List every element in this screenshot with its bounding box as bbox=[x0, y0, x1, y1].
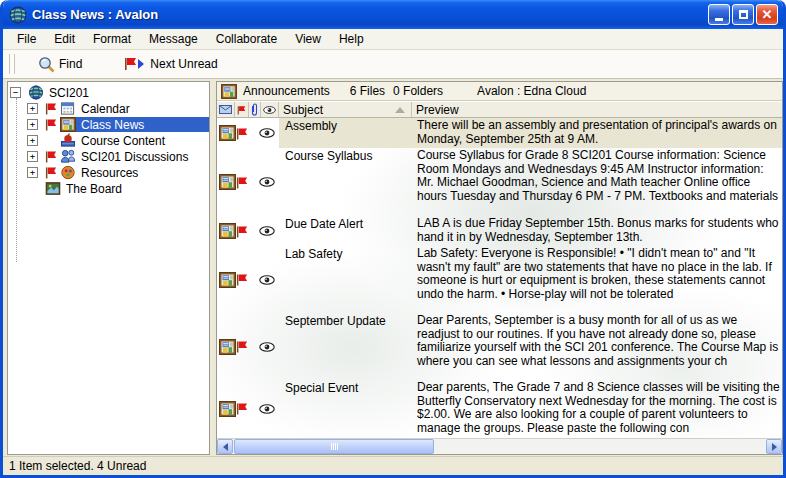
menu-collaborate[interactable]: Collaborate bbox=[207, 30, 286, 48]
close-icon: ✕ bbox=[762, 8, 773, 21]
unread-flag-icon bbox=[45, 118, 57, 131]
minimize-button[interactable] bbox=[708, 4, 730, 25]
conference-globe-icon bbox=[28, 85, 44, 100]
menu-format[interactable]: Format bbox=[84, 30, 140, 48]
tree-item-label: SCI201 Discussions bbox=[79, 150, 190, 164]
tree-item-calendar[interactable]: + Calendar bbox=[8, 101, 209, 116]
unread-flag-icon bbox=[236, 225, 248, 238]
menu-message[interactable]: Message bbox=[140, 30, 207, 48]
expand-box-icon[interactable]: + bbox=[27, 151, 38, 162]
tree-item-resources[interactable]: + Resources bbox=[8, 165, 209, 180]
unread-flag-icon bbox=[236, 127, 248, 140]
toolbar: Find Next Unread bbox=[3, 50, 783, 79]
message-row-september-update[interactable]: September Update Dear Parents, September… bbox=[217, 313, 782, 380]
scroll-left-icon bbox=[223, 443, 228, 451]
toolbar-grip2[interactable] bbox=[12, 54, 15, 74]
close-button[interactable]: ✕ bbox=[756, 4, 778, 25]
bulletin-item-icon bbox=[219, 401, 236, 417]
tree-connector-line bbox=[16, 98, 17, 262]
message-row-assembly[interactable]: Assembly There will be an assembly and p… bbox=[217, 118, 782, 148]
server-location: Avalon : Edna Cloud bbox=[477, 84, 586, 98]
column-envelope[interactable] bbox=[217, 102, 235, 117]
eye-icon bbox=[263, 105, 276, 115]
message-row-special-event[interactable]: Special Event Dear parents, The Grade 7 … bbox=[217, 380, 782, 437]
tree-item-the-board[interactable]: The Board bbox=[8, 181, 209, 196]
unread-flag-icon bbox=[236, 176, 248, 189]
message-preview: Dear Parents, September is a busy month … bbox=[412, 313, 782, 380]
course-content-icon bbox=[60, 133, 76, 148]
tree-item-label: Course Content bbox=[79, 134, 167, 148]
eye-icon bbox=[259, 342, 275, 352]
tree-item-course-content[interactable]: + Course Content bbox=[8, 133, 209, 148]
message-preview: Lab Safety: Everyone is Responsible! • "… bbox=[412, 246, 782, 313]
bulletin-item-icon bbox=[219, 223, 236, 239]
message-row-course-syllabus[interactable]: Course Syllabus Course Syllabus for Grad… bbox=[217, 148, 782, 216]
eye-icon bbox=[259, 275, 275, 285]
calendar-icon bbox=[60, 101, 76, 116]
unread-flag-icon bbox=[236, 402, 248, 415]
scrollbar-thumb[interactable] bbox=[234, 439, 434, 454]
message-row-due-date-alert[interactable]: Due Date Alert LAB A is due Friday Septe… bbox=[217, 216, 782, 246]
eye-icon bbox=[259, 177, 275, 187]
column-read-status[interactable] bbox=[261, 102, 279, 117]
tree-item-label: Resources bbox=[79, 166, 140, 180]
menu-file[interactable]: File bbox=[8, 30, 45, 48]
message-subject: September Update bbox=[279, 313, 412, 380]
main-area: − SCI201 + Calendar + bbox=[3, 79, 783, 456]
tree-item-sci201[interactable]: − SCI201 bbox=[8, 85, 209, 100]
expand-box-icon[interactable]: + bbox=[27, 119, 38, 130]
next-unread-label: Next Unread bbox=[150, 57, 217, 71]
message-subject: Due Date Alert bbox=[279, 216, 412, 246]
selected-tree-item[interactable]: Class News bbox=[60, 117, 209, 132]
message-preview: Dear parents, The Grade 7 and 8 Science … bbox=[412, 380, 782, 437]
maximize-icon bbox=[739, 10, 748, 19]
scroll-right-button[interactable] bbox=[766, 439, 782, 454]
expand-box-icon[interactable]: + bbox=[27, 167, 38, 178]
message-list-panel: Announcements 6 Files 0 Folders Avalon :… bbox=[216, 81, 783, 455]
next-unread-button[interactable]: Next Unread bbox=[117, 54, 224, 74]
toolbar-grip[interactable] bbox=[7, 54, 10, 74]
menu-view[interactable]: View bbox=[286, 30, 330, 48]
title-bar[interactable]: Class News : Avalon ✕ bbox=[3, 0, 783, 29]
column-subject[interactable]: Subject bbox=[279, 102, 412, 117]
message-preview: There will be an assembly and presentati… bbox=[412, 118, 782, 148]
horizontal-scrollbar[interactable] bbox=[217, 438, 782, 454]
column-preview[interactable]: Preview bbox=[412, 102, 782, 117]
message-list: Assembly There will be an assembly and p… bbox=[217, 118, 782, 438]
eye-icon bbox=[259, 128, 275, 138]
conference-name: Announcements bbox=[243, 84, 330, 98]
bulletin-item-icon bbox=[219, 125, 236, 141]
expand-box-icon[interactable]: + bbox=[27, 135, 38, 146]
resources-icon bbox=[60, 165, 76, 180]
scroll-left-button[interactable] bbox=[217, 439, 233, 454]
maximize-button[interactable] bbox=[732, 4, 754, 25]
announcements-icon bbox=[221, 84, 237, 99]
eye-icon bbox=[259, 404, 275, 414]
collapse-box-icon[interactable]: − bbox=[10, 87, 21, 98]
expand-box-icon[interactable]: + bbox=[27, 103, 38, 114]
column-attachment[interactable] bbox=[249, 102, 261, 117]
envelope-icon bbox=[219, 105, 232, 114]
minimize-icon bbox=[715, 18, 723, 21]
message-subject: Assembly bbox=[279, 118, 412, 148]
find-button[interactable]: Find bbox=[31, 53, 89, 76]
files-count: 6 Files bbox=[350, 84, 385, 98]
eye-icon bbox=[259, 226, 275, 236]
menu-help[interactable]: Help bbox=[330, 30, 373, 48]
app-globe-icon bbox=[9, 6, 27, 24]
bulletin-item-icon bbox=[219, 174, 236, 190]
column-flag[interactable] bbox=[235, 102, 249, 117]
tree-item-label: Class News bbox=[79, 118, 146, 132]
window-title: Class News : Avalon bbox=[32, 7, 708, 22]
message-subject: Lab Safety bbox=[279, 246, 412, 313]
message-row-lab-safety[interactable]: Lab Safety Lab Safety: Everyone is Respo… bbox=[217, 246, 782, 313]
bulletin-item-icon bbox=[219, 272, 236, 288]
status-text: 1 Item selected. 4 Unread bbox=[9, 459, 146, 473]
paperclip-icon bbox=[251, 103, 258, 116]
menu-edit[interactable]: Edit bbox=[45, 30, 84, 48]
tree-item-class-news[interactable]: + Class News bbox=[8, 117, 209, 132]
unread-flag-icon bbox=[45, 150, 57, 163]
preview-column-label: Preview bbox=[416, 103, 459, 117]
tree-item-sci201-discussions[interactable]: + SCI201 Discussions bbox=[8, 149, 209, 164]
the-board-icon bbox=[45, 181, 61, 196]
